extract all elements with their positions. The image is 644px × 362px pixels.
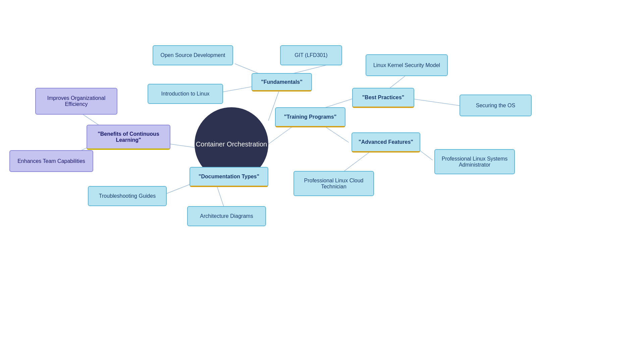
team-cap-node[interactable]: Enhances Team Capabilities	[9, 150, 93, 172]
git-node[interactable]: GIT (LFD301)	[280, 45, 342, 65]
documentation-types-label: "Documentation Types"	[199, 174, 259, 180]
linux-kernel-node[interactable]: Linux Kernel Security Model	[366, 54, 448, 76]
best-practices-label: "Best Practices"	[362, 95, 404, 101]
securing-os-label: Securing the OS	[476, 103, 515, 109]
team-cap-label: Enhances Team Capabilities	[17, 158, 85, 164]
documentation-types-node[interactable]: "Documentation Types"	[190, 167, 268, 187]
linux-kernel-label: Linux Kernel Security Model	[373, 62, 440, 68]
advanced-features-node[interactable]: "Advanced Features"	[352, 132, 420, 153]
advanced-features-label: "Advanced Features"	[359, 139, 413, 145]
plsa-label: Professional Linux Systems Administrator	[441, 156, 508, 168]
svg-line-10	[413, 99, 460, 106]
troubleshooting-node[interactable]: Troubleshooting Guides	[88, 186, 167, 206]
org-efficiency-label: Improves Organizational Efficiency	[42, 95, 111, 107]
plct-node[interactable]: Professional Linux Cloud Technician	[293, 171, 374, 196]
arch-diagrams-label: Architecture Diagrams	[200, 213, 253, 219]
training-programs-node[interactable]: "Training Programs"	[275, 107, 345, 127]
fundamentals-node[interactable]: "Fundamentals"	[252, 73, 312, 92]
intro-linux-label: Introduction to Linux	[161, 91, 209, 97]
open-source-label: Open Source Development	[161, 52, 225, 58]
fundamentals-label: "Fundamentals"	[261, 79, 303, 85]
best-practices-node[interactable]: "Best Practices"	[352, 88, 414, 108]
org-efficiency-node[interactable]: Improves Organizational Efficiency	[35, 88, 117, 115]
arch-diagrams-node[interactable]: Architecture Diagrams	[187, 206, 266, 226]
open-source-node[interactable]: Open Source Development	[153, 45, 233, 65]
benefits-node[interactable]: "Benefits of Continuous Learning"	[87, 125, 170, 150]
benefits-label: "Benefits of Continuous Learning"	[93, 131, 164, 143]
securing-os-node[interactable]: Securing the OS	[460, 95, 532, 116]
plsa-node[interactable]: Professional Linux Systems Administrator	[434, 149, 515, 174]
plct-label: Professional Linux Cloud Technician	[300, 178, 367, 190]
troubleshooting-label: Troubleshooting Guides	[99, 193, 156, 199]
center-label: Container Orchestration	[196, 140, 267, 148]
intro-linux-node[interactable]: Introduction to Linux	[148, 84, 223, 104]
git-label: GIT (LFD301)	[294, 52, 327, 58]
training-programs-label: "Training Programs"	[284, 114, 337, 120]
